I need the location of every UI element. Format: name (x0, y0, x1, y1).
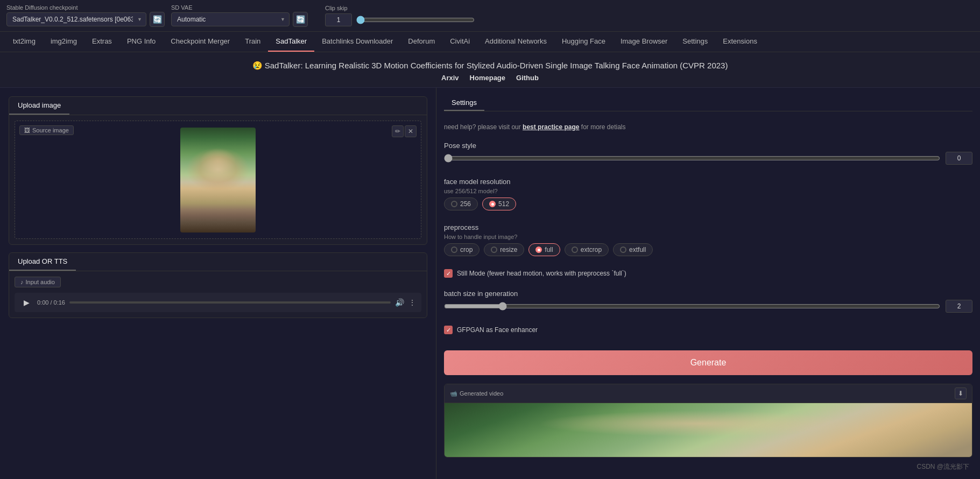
gfpgan-checkbox[interactable]: ✓ (444, 326, 453, 334)
image-close-button[interactable]: ✕ (405, 125, 417, 137)
checkpoint-label: Stable Diffusion checkpoint (6, 4, 165, 11)
main-content: Upload image 🖼 Source image ✏ ✕ Upload O… (0, 88, 980, 479)
audio-play-button[interactable]: ▶ (20, 296, 33, 309)
tab-additional-networks[interactable]: Additional Networks (477, 32, 554, 52)
batch-size-label: batch size in generation (444, 290, 972, 298)
face-model-radio-group: 256 512 (444, 198, 972, 210)
preprocess-extcrop-dot (572, 246, 578, 253)
checkpoint-select-wrap: SadTalker_V0.0.2_512.safetensors [0e063f… (6, 12, 165, 27)
nav-tabs: txt2img img2img Extras PNG Info Checkpoi… (0, 32, 980, 52)
upload-tab-header: Upload image (9, 97, 427, 115)
title-banner: 😢 SadTalker: Learning Realistic 3D Motio… (0, 52, 980, 88)
arxiv-link[interactable]: Arxiv (441, 74, 459, 82)
pose-style-label: Pose style (444, 142, 972, 150)
batch-size-setting: batch size in generation (444, 290, 972, 313)
vae-select[interactable]: Automatic (171, 12, 290, 26)
clip-skip-value[interactable] (325, 13, 352, 26)
tab-checkpoint-merger[interactable]: Checkpoint Merger (163, 32, 237, 52)
preprocess-extcrop-option[interactable]: extcrop (565, 243, 609, 256)
batch-size-slider[interactable] (444, 302, 940, 311)
checkpoint-select-container[interactable]: SadTalker_V0.0.2_512.safetensors [0e063f… (6, 12, 146, 26)
still-mode-checkbox[interactable]: ✓ (444, 269, 453, 278)
vae-refresh-button[interactable]: 🔄 (293, 12, 308, 27)
clip-skip-label: Clip skip (325, 5, 475, 11)
tab-civitai[interactable]: CivitAi (442, 32, 477, 52)
face-model-sublabel: use 256/512 model? (444, 188, 972, 194)
page-title: 😢 SadTalker: Learning Realistic 3D Motio… (11, 61, 969, 71)
preprocess-full-option[interactable]: full (528, 243, 560, 256)
preprocess-crop-label: crop (460, 246, 473, 253)
pose-style-value[interactable] (946, 152, 972, 165)
clip-skip-slider[interactable] (356, 16, 475, 24)
gfpgan-row: ✓ GFPGAN as Face enhancer (444, 326, 972, 334)
generate-button[interactable]: Generate (444, 350, 972, 375)
preprocess-crop-option[interactable]: crop (444, 243, 480, 256)
watermark: CSDN @流光影下 (916, 462, 969, 471)
audio-volume-button[interactable]: 🔊 (395, 298, 404, 307)
tab-hugging-face[interactable]: Hugging Face (554, 32, 613, 52)
tab-extensions[interactable]: Extensions (715, 32, 765, 52)
face-model-label: face model resolution (444, 178, 972, 186)
preprocess-resize-label: resize (500, 246, 517, 253)
audio-player: ▶ 0:00 / 0:16 🔊 ⋮ (15, 293, 421, 312)
still-mode-row: ✓ Still Mode (fewer head motion, works w… (444, 269, 972, 278)
clip-skip-row (325, 13, 475, 26)
top-bar: Stable Diffusion checkpoint SadTalker_V0… (0, 0, 980, 32)
audio-progress-bar[interactable] (69, 301, 391, 304)
preprocess-full-dot (535, 246, 542, 253)
generated-video-header: 📹 Generated video ⬇ (445, 384, 972, 403)
tab-sadtalker[interactable]: SadTalker (268, 32, 314, 52)
audio-section: Upload OR TTS ♪ Input audio ▶ 0:00 / 0:1… (9, 252, 427, 318)
checkpoint-section: Stable Diffusion checkpoint SadTalker_V0… (6, 4, 165, 27)
tab-png-info[interactable]: PNG Info (119, 32, 163, 52)
tab-batchlinks[interactable]: Batchlinks Downloader (314, 32, 400, 52)
video-icon: 📹 (450, 390, 457, 397)
vae-select-container[interactable]: Automatic (171, 12, 290, 26)
preprocess-extcrop-label: extcrop (581, 246, 602, 253)
upload-or-tts-tab[interactable]: Upload OR TTS (9, 253, 76, 271)
face-model-256-option[interactable]: 256 (444, 198, 478, 210)
face-model-setting: face model resolution use 256/512 model?… (444, 178, 972, 210)
github-link[interactable]: Github (516, 74, 539, 82)
tab-image-browser[interactable]: Image Browser (613, 32, 675, 52)
homepage-link[interactable]: Homepage (470, 74, 505, 82)
image-edit-button[interactable]: ✏ (392, 125, 404, 137)
tab-extras[interactable]: Extras (84, 32, 119, 52)
preprocess-resize-option[interactable]: resize (484, 243, 524, 256)
generated-video-thumbnail (445, 403, 972, 457)
audio-more-button[interactable]: ⋮ (408, 298, 416, 307)
audio-time-display: 0:00 / 0:16 (37, 299, 65, 306)
source-image-label: 🖼 Source image (19, 125, 74, 135)
face-model-512-dot (489, 201, 496, 207)
pose-style-slider-row (444, 152, 972, 165)
upload-image-section: Upload image 🖼 Source image ✏ ✕ (9, 96, 427, 245)
audio-tab-header: Upload OR TTS (9, 253, 427, 271)
best-practice-link[interactable]: best practice page (523, 123, 579, 131)
left-panel: Upload image 🖼 Source image ✏ ✕ Upload O… (0, 88, 436, 479)
face-model-256-label: 256 (460, 200, 471, 208)
tab-deforum[interactable]: Deforum (400, 32, 442, 52)
preprocess-extfull-option[interactable]: extfull (613, 243, 653, 256)
batch-size-value[interactable] (946, 300, 972, 313)
preprocess-setting: preprocess How to handle input image? cr… (444, 223, 972, 256)
checkpoint-refresh-button[interactable]: 🔄 (150, 12, 165, 27)
tab-train[interactable]: Train (237, 32, 268, 52)
face-model-256-dot (451, 201, 457, 207)
checkpoint-select[interactable]: SadTalker_V0.0.2_512.safetensors [0e063f… (6, 12, 146, 26)
tab-img2img[interactable]: img2img (43, 32, 84, 52)
preprocess-extfull-dot (620, 246, 626, 253)
settings-tab[interactable]: Settings (444, 95, 484, 111)
pose-style-slider[interactable] (444, 154, 940, 163)
generated-video-section: 📹 Generated video ⬇ (444, 384, 972, 457)
vae-select-wrap: Automatic 🔄 (171, 12, 308, 27)
preprocess-label: preprocess (444, 223, 972, 231)
upload-image-tab[interactable]: Upload image (9, 97, 69, 115)
download-button[interactable]: ⬇ (955, 388, 967, 399)
face-model-512-option[interactable]: 512 (482, 198, 516, 210)
preprocess-extfull-label: extfull (629, 246, 646, 253)
preprocess-radio-group: crop resize full extcrop extfull (444, 243, 972, 256)
image-upload-area[interactable]: 🖼 Source image ✏ ✕ (15, 121, 421, 239)
tab-settings[interactable]: Settings (675, 32, 715, 52)
vae-section: SD VAE Automatic 🔄 (171, 4, 308, 27)
tab-txt2img[interactable]: txt2img (5, 32, 43, 52)
